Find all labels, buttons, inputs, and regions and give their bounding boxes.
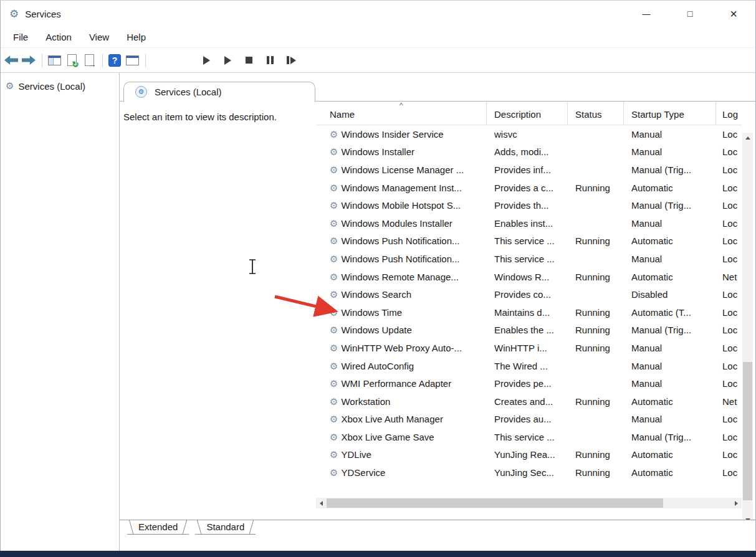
pause-service-button[interactable] bbox=[262, 52, 278, 69]
service-startup-cell: Manual (Trig... bbox=[624, 200, 716, 211]
service-name-cell: ⚙Windows Modules Installer bbox=[316, 218, 487, 229]
service-row[interactable]: ⚙Windows InstallerAdds, modi...ManualLoc bbox=[316, 143, 742, 161]
service-gear-icon: ⚙ bbox=[330, 130, 338, 139]
service-description-cell: WinHTTP i... bbox=[487, 343, 568, 353]
service-name-cell: ⚙Windows Mobile Hotspot S... bbox=[316, 200, 487, 211]
service-gear-icon: ⚙ bbox=[330, 343, 338, 353]
export-list-button[interactable]: → bbox=[81, 52, 97, 69]
service-logon-cell: Loc bbox=[716, 378, 742, 389]
column-header-startup-type[interactable]: Startup Type bbox=[624, 102, 716, 125]
forward-button[interactable] bbox=[21, 52, 37, 69]
service-name-cell: ⚙Windows Insider Service bbox=[316, 129, 487, 140]
service-logon-cell: Loc bbox=[716, 361, 742, 371]
service-row[interactable]: ⚙Windows SearchProvides co...DisabledLoc bbox=[316, 285, 742, 303]
service-description-cell: Provides co... bbox=[487, 289, 568, 300]
column-header-name[interactable]: Name^ bbox=[316, 102, 487, 125]
service-description-cell: Provides a c... bbox=[487, 183, 568, 193]
start-service-button[interactable] bbox=[198, 52, 214, 69]
maximize-button[interactable]: □ bbox=[668, 1, 712, 27]
close-button[interactable]: × bbox=[712, 1, 755, 27]
service-row[interactable]: ⚙Windows Push Notification...This servic… bbox=[316, 250, 742, 268]
tree-item-services-local[interactable]: ⚙ Services (Local) bbox=[1, 73, 119, 92]
details-header-title: Services (Local) bbox=[155, 87, 222, 97]
show-console-tree-button[interactable] bbox=[46, 52, 62, 69]
details-body: Select an item to view its description. … bbox=[120, 102, 755, 513]
service-gear-icon: ⚙ bbox=[330, 361, 338, 371]
play-icon bbox=[203, 56, 210, 65]
service-row[interactable]: ⚙Windows Modules InstallerEnables inst..… bbox=[316, 214, 742, 232]
service-description-cell: Maintains d... bbox=[487, 307, 568, 318]
service-row[interactable]: ⚙WMI Performance AdapterProvides pe...Ma… bbox=[316, 374, 742, 393]
menu-view[interactable]: View bbox=[80, 29, 118, 45]
service-logon-cell: Net bbox=[716, 272, 742, 282]
service-logon-cell: Net bbox=[716, 396, 742, 407]
service-startup-cell: Manual bbox=[624, 129, 716, 140]
service-row[interactable]: ⚙Windows Mobile Hotspot S...Provides th.… bbox=[316, 196, 742, 214]
service-startup-cell: Automatic (T... bbox=[624, 307, 716, 318]
service-row[interactable]: ⚙Wired AutoConfigThe Wired ...ManualLoc bbox=[316, 357, 742, 375]
horizontal-scrollbar[interactable] bbox=[316, 498, 742, 508]
service-startup-cell: Automatic bbox=[624, 449, 716, 460]
description-hint: Select an item to view its description. bbox=[123, 112, 277, 122]
service-status-cell: Running bbox=[568, 236, 624, 246]
tab-extended[interactable]: Extended bbox=[127, 520, 189, 535]
minimize-button[interactable]: — bbox=[624, 1, 668, 27]
service-logon-cell: Loc bbox=[716, 343, 742, 353]
service-row[interactable]: ⚙Windows UpdateEnables the ...RunningMan… bbox=[316, 321, 742, 340]
service-row[interactable]: ⚙Xbox Live Auth ManagerProvides au...Man… bbox=[316, 411, 742, 429]
horizontal-scroll-thumb[interactable] bbox=[327, 498, 663, 508]
menu-file[interactable]: File bbox=[4, 29, 37, 45]
column-header-log[interactable]: Log bbox=[716, 102, 742, 125]
service-row[interactable]: ⚙Windows TimeMaintains d...RunningAutoma… bbox=[316, 303, 742, 321]
tab-standard[interactable]: Standard bbox=[195, 520, 256, 535]
service-logon-cell: Loc bbox=[716, 289, 742, 300]
service-name-cell: ⚙Windows Search bbox=[316, 289, 487, 300]
service-row[interactable]: ⚙YDServiceYunJing Sec...RunningAutomatic… bbox=[316, 464, 742, 482]
service-row[interactable]: ⚙Windows Insider ServicewisvcManualLoc bbox=[316, 125, 742, 143]
list-header: Name^DescriptionStatusStartup TypeLog bbox=[316, 102, 742, 125]
service-description-cell: This service ... bbox=[487, 432, 568, 442]
restart-service-button[interactable] bbox=[283, 52, 299, 69]
services-list-region: Name^DescriptionStatusStartup TypeLog ⚙W… bbox=[316, 102, 742, 513]
vertical-scrollbar[interactable] bbox=[742, 133, 753, 525]
resume-service-button[interactable] bbox=[219, 52, 236, 69]
service-row[interactable]: ⚙Windows Push Notification...This servic… bbox=[316, 232, 742, 250]
service-row[interactable]: ⚙WinHTTP Web Proxy Auto-...WinHTTP i...R… bbox=[316, 339, 742, 357]
service-status-cell: Running bbox=[568, 307, 624, 318]
restart-icon bbox=[287, 56, 296, 64]
service-name-cell: ⚙Windows Push Notification... bbox=[316, 236, 487, 246]
service-row[interactable]: ⚙Windows Management Inst...Provides a c.… bbox=[316, 179, 742, 197]
vertical-scroll-thumb[interactable] bbox=[743, 362, 752, 500]
service-row[interactable]: ⚙YDLiveYunJing Rea...RunningAutomaticLoc bbox=[316, 446, 742, 464]
service-description-cell: This service ... bbox=[487, 254, 568, 264]
service-status-cell: Running bbox=[568, 183, 624, 193]
column-header-description[interactable]: Description bbox=[487, 102, 568, 125]
service-logon-cell: Loc bbox=[716, 467, 742, 478]
service-startup-cell: Automatic bbox=[624, 272, 716, 282]
stop-service-button[interactable] bbox=[241, 52, 257, 69]
properties-button[interactable] bbox=[124, 52, 140, 69]
back-arrow-icon bbox=[4, 55, 18, 65]
service-startup-cell: Disabled bbox=[624, 289, 716, 300]
service-startup-cell: Manual bbox=[624, 254, 716, 264]
back-button[interactable] bbox=[3, 52, 19, 69]
column-header-status[interactable]: Status bbox=[568, 102, 624, 125]
refresh-button[interactable]: ↻ bbox=[64, 52, 80, 69]
service-logon-cell: Loc bbox=[716, 449, 742, 460]
service-description-cell: YunJing Sec... bbox=[487, 467, 568, 478]
service-row[interactable]: ⚙Windows License Manager ...Provides inf… bbox=[316, 161, 742, 179]
scroll-right-button[interactable] bbox=[731, 498, 742, 508]
service-startup-cell: Automatic bbox=[624, 183, 716, 193]
menu-action[interactable]: Action bbox=[37, 29, 80, 45]
scroll-left-button[interactable] bbox=[316, 498, 327, 508]
service-row[interactable]: ⚙Windows Remote Manage...Windows R...Run… bbox=[316, 268, 742, 286]
scroll-up-button[interactable] bbox=[742, 133, 753, 143]
service-row[interactable]: ⚙Xbox Live Game SaveThis service ...Manu… bbox=[316, 428, 742, 446]
menu-help[interactable]: Help bbox=[118, 29, 155, 45]
help-button[interactable]: ? bbox=[107, 52, 123, 69]
service-startup-cell: Manual bbox=[624, 218, 716, 229]
service-status-cell: Running bbox=[568, 325, 624, 335]
service-row[interactable]: ⚙WorkstationCreates and...RunningAutomat… bbox=[316, 393, 742, 411]
details-header-row: ⚙ Services (Local) bbox=[120, 82, 755, 102]
service-gear-icon: ⚙ bbox=[330, 183, 338, 193]
